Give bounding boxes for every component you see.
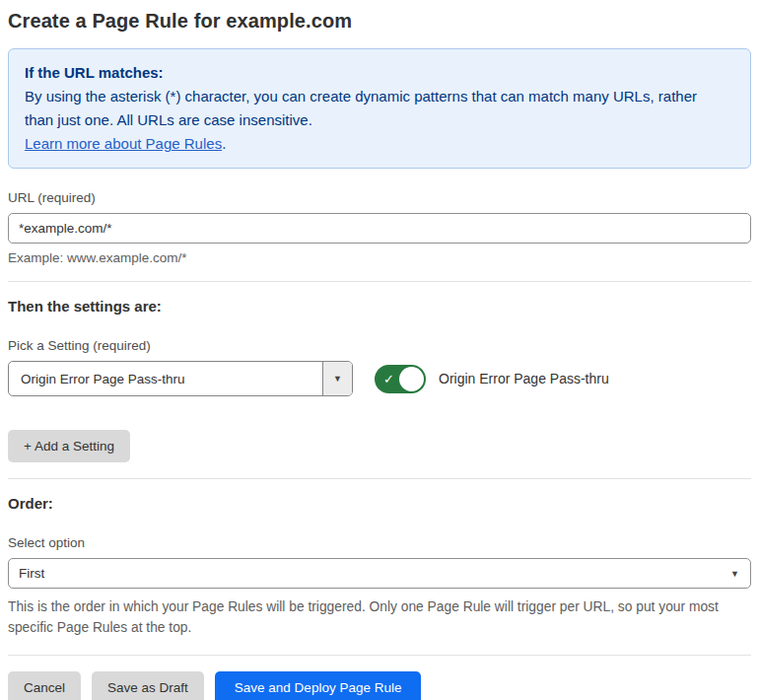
divider	[8, 281, 751, 282]
setting-row: Origin Error Page Pass-thru ▼ ✓ Origin E…	[8, 361, 751, 396]
save-draft-button[interactable]: Save as Draft	[92, 671, 204, 700]
info-box-heading: If the URL matches:	[25, 61, 734, 85]
setting-picker-value: Origin Error Page Pass-thru	[9, 362, 322, 395]
setting-picker-arrow-button[interactable]: ▼	[322, 362, 352, 395]
check-icon: ✓	[383, 372, 394, 386]
divider	[8, 478, 751, 479]
save-deploy-button[interactable]: Save and Deploy Page Rule	[215, 671, 422, 700]
url-field-group: URL (required) Example: www.example.com/…	[8, 190, 751, 265]
pick-setting-label: Pick a Setting (required)	[8, 338, 751, 353]
origin-error-toggle[interactable]: ✓	[375, 365, 426, 393]
add-setting-button[interactable]: + Add a Setting	[8, 430, 130, 462]
url-helper-text: Example: www.example.com/*	[8, 250, 751, 265]
create-page-rule-form: Create a Page Rule for example.com If th…	[0, 0, 759, 700]
learn-more-link[interactable]: Learn more about Page Rules	[25, 135, 222, 152]
divider	[8, 655, 751, 656]
link-period: .	[222, 135, 226, 152]
footer-actions: Cancel Save as Draft Save and Deploy Pag…	[8, 671, 751, 700]
chevron-down-icon: ▼	[333, 375, 342, 384]
url-match-info-box: If the URL matches: By using the asteris…	[8, 48, 751, 169]
info-box-body: By using the asterisk (*) character, you…	[25, 85, 715, 132]
order-select[interactable]: First ▼	[8, 558, 751, 589]
order-select-value: First	[19, 566, 44, 581]
page-title: Create a Page Rule for example.com	[8, 10, 751, 33]
select-option-label: Select option	[8, 535, 751, 550]
chevron-down-icon: ▼	[730, 569, 739, 578]
toggle-knob	[399, 367, 424, 391]
cancel-button[interactable]: Cancel	[8, 671, 81, 700]
setting-picker-dropdown[interactable]: Origin Error Page Pass-thru ▼	[8, 361, 353, 396]
toggle-label: Origin Error Page Pass-thru	[439, 371, 609, 386]
settings-section-heading: Then the settings are:	[8, 298, 751, 315]
url-input[interactable]	[8, 213, 751, 244]
order-helper-text: This is the order in which your Page Rul…	[8, 596, 751, 638]
url-label: URL (required)	[8, 190, 751, 205]
order-section-heading: Order:	[8, 495, 751, 512]
